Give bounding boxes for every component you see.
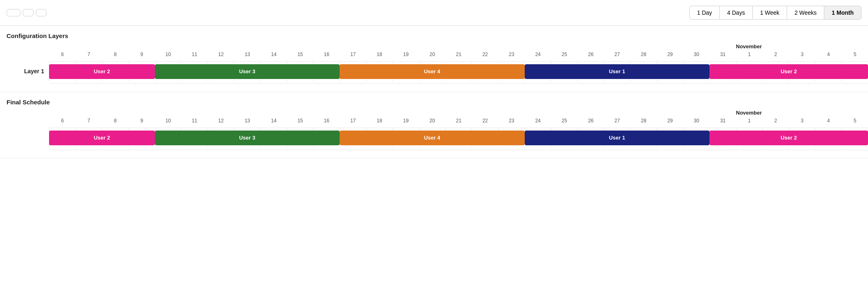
november-label-1: November <box>736 110 762 116</box>
day-cell-15: 21 <box>445 118 472 125</box>
day-cell-28: 3 <box>789 52 815 59</box>
empty-label-1 <box>0 150 49 158</box>
empty-bars-0 <box>49 83 868 92</box>
day-cell-13: 19 <box>392 118 419 125</box>
day-cell-11: 17 <box>340 118 366 125</box>
november-label-0: November <box>736 43 762 50</box>
day-cell-14: 20 <box>419 52 445 59</box>
day-cell-1: 7 <box>76 118 102 125</box>
empty-label-0 <box>0 83 49 92</box>
day-cell-22: 28 <box>630 52 657 59</box>
day-cell-30: 5 <box>841 52 868 59</box>
view-1week[interactable]: 1 Week <box>752 6 787 20</box>
empty-row-1 <box>0 150 868 158</box>
view-1day[interactable]: 1 Day <box>689 6 720 20</box>
day-cell-21: 27 <box>604 52 630 59</box>
next-button[interactable] <box>36 9 47 16</box>
day-cell-18: 24 <box>525 118 551 125</box>
day-cell-13: 19 <box>392 52 419 59</box>
gantt-row-1-0: User 2User 3User 4User 1User 2 <box>0 125 868 150</box>
prev-button[interactable] <box>23 9 34 16</box>
day-cell-24: 30 <box>683 52 709 59</box>
day-cell-25: 31 <box>709 118 736 125</box>
day-cell-20: 26 <box>577 52 604 59</box>
day-cell-0: 6 <box>49 52 76 59</box>
gantt-row-0-0: Layer 1User 2User 3User 4User 1User 2 <box>0 59 868 83</box>
day-cell-24: 30 <box>683 118 709 125</box>
day-cell-16: 22 <box>472 118 498 125</box>
view-2weeks[interactable]: 2 Weeks <box>787 6 824 20</box>
section-title-0: Configuration Layers <box>0 32 868 43</box>
view-buttons: 1 Day 4 Days 1 Week 2 Weeks 1 Month <box>690 6 861 20</box>
day-cell-17: 23 <box>498 52 525 59</box>
day-cell-1: 7 <box>76 52 102 59</box>
day-cell-19: 25 <box>551 118 577 125</box>
days-row-1: 6789101112131415161718192021222324252627… <box>49 118 868 125</box>
day-cell-2: 8 <box>102 118 128 125</box>
day-cell-3: 9 <box>128 118 155 125</box>
days-header-container-0: November67891011121314151617181920212223… <box>49 43 868 59</box>
gantt-bar-3[interactable]: User 1 <box>525 64 710 79</box>
day-cell-26: 1 <box>736 118 763 125</box>
day-cell-5: 11 <box>181 118 208 125</box>
bars-area-0-0: User 2User 3User 4User 1User 2 <box>49 61 868 81</box>
day-cell-9: 15 <box>287 118 313 125</box>
day-cell-15: 21 <box>445 52 472 59</box>
toolbar: 1 Day 4 Days 1 Week 2 Weeks 1 Month <box>0 0 868 26</box>
gantt-bar-0[interactable]: User 2 <box>49 131 155 145</box>
day-cell-11: 17 <box>340 52 366 59</box>
gantt-bar-4[interactable]: User 2 <box>709 64 868 79</box>
day-cell-16: 22 <box>472 52 498 59</box>
day-cell-3: 9 <box>128 52 155 59</box>
section-1: Final ScheduleNovember678910111213141516… <box>0 92 868 158</box>
day-cell-30: 5 <box>841 118 868 125</box>
day-cell-23: 29 <box>657 52 683 59</box>
day-cell-17: 23 <box>498 118 525 125</box>
day-cell-5: 11 <box>181 52 208 59</box>
gantt-bar-2[interactable]: User 4 <box>340 131 525 145</box>
toolbar-left <box>7 9 687 16</box>
day-cell-29: 4 <box>815 118 842 125</box>
day-cell-27: 2 <box>762 52 789 59</box>
gantt-bar-2[interactable]: User 4 <box>340 64 525 79</box>
days-row-0: 6789101112131415161718192021222324252627… <box>49 52 868 59</box>
row-label-0-0: Layer 1 <box>0 68 49 74</box>
day-cell-9: 15 <box>287 52 313 59</box>
day-cell-10: 16 <box>313 52 340 59</box>
day-cell-28: 3 <box>789 118 815 125</box>
day-cell-23: 29 <box>657 118 683 125</box>
day-cell-2: 8 <box>102 52 128 59</box>
gantt-bar-0[interactable]: User 2 <box>49 64 155 79</box>
gantt-bar-4[interactable]: User 2 <box>709 131 868 145</box>
empty-row-0 <box>0 83 868 92</box>
day-cell-4: 10 <box>155 52 181 59</box>
day-cell-27: 2 <box>762 118 789 125</box>
day-cell-8: 14 <box>260 118 287 125</box>
gantt-bar-1[interactable]: User 3 <box>155 64 340 79</box>
day-cell-19: 25 <box>551 52 577 59</box>
gantt-bar-3[interactable]: User 1 <box>525 131 710 145</box>
day-cell-0: 6 <box>49 118 76 125</box>
day-cell-21: 27 <box>604 118 630 125</box>
day-cell-8: 14 <box>260 52 287 59</box>
gantt-bar-1[interactable]: User 3 <box>155 131 340 145</box>
day-cell-22: 28 <box>630 118 657 125</box>
section-0: Configuration LayersNovember678910111213… <box>0 26 868 92</box>
day-cell-10: 16 <box>313 118 340 125</box>
view-1month[interactable]: 1 Month <box>824 6 861 20</box>
main-content: Configuration LayersNovember678910111213… <box>0 26 868 158</box>
day-cell-7: 13 <box>234 118 260 125</box>
gantt-header-0: November67891011121314151617181920212223… <box>0 43 868 59</box>
view-4days[interactable]: 4 Days <box>719 6 753 20</box>
day-cell-25: 31 <box>709 52 736 59</box>
empty-bars-1 <box>49 150 868 158</box>
day-cell-18: 24 <box>525 52 551 59</box>
gantt-header-1: November67891011121314151617181920212223… <box>0 110 868 125</box>
today-button[interactable] <box>7 9 20 16</box>
section-title-1: Final Schedule <box>0 99 868 110</box>
day-cell-29: 4 <box>815 52 842 59</box>
day-cell-14: 20 <box>419 118 445 125</box>
day-cell-4: 10 <box>155 118 181 125</box>
day-cell-7: 13 <box>234 52 260 59</box>
day-cell-12: 18 <box>366 118 393 125</box>
